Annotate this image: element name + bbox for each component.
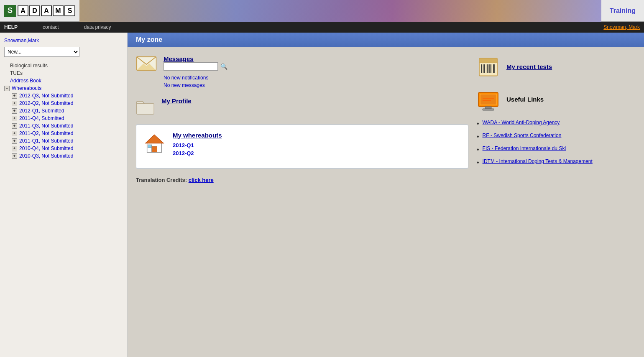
toggle-2011q1[interactable]: + bbox=[12, 138, 17, 144]
logo-s-icon: S bbox=[4, 5, 16, 17]
sidebar-item-biological-results: Biological results bbox=[0, 62, 127, 69]
search-button[interactable]: 🔍 bbox=[220, 63, 227, 70]
svg-rect-3 bbox=[137, 104, 154, 114]
sidebar-child-2012q3: + 2012-Q3, Not Submitted bbox=[0, 92, 127, 99]
svg-rect-24 bbox=[480, 94, 496, 105]
whereabouts-title-area: My whereabouts 2012-Q1 2012-Q2 bbox=[173, 132, 222, 156]
useful-link-item-rf: • RF - Swedish Sports Confederation bbox=[477, 133, 636, 140]
new-dropdown-container: New... bbox=[0, 46, 127, 61]
nav-help[interactable]: HELP bbox=[4, 24, 18, 30]
useful-link-idtm[interactable]: IDTM - International Doping Tests & Mana… bbox=[483, 158, 593, 164]
new-dropdown[interactable]: New... bbox=[4, 47, 79, 57]
search-row: 🔍 bbox=[164, 62, 227, 71]
navbar-user-link[interactable]: Snowman, Mark bbox=[603, 24, 640, 30]
my-whereabouts-card: My whereabouts 2012-Q1 2012-Q2 bbox=[136, 125, 468, 168]
my-zone-header: My zone bbox=[128, 33, 644, 47]
toggle-2011q2[interactable]: + bbox=[12, 131, 17, 136]
my-profile-header: My Profile bbox=[136, 97, 468, 116]
logo-m: M bbox=[53, 5, 64, 16]
my-zone-body: Messages 🔍 No new notifications No new m… bbox=[128, 47, 644, 191]
envelope-icon bbox=[136, 55, 157, 72]
svg-marker-5 bbox=[146, 135, 164, 143]
useful-link-rf[interactable]: RF - Swedish Sports Confederation bbox=[483, 133, 562, 138]
bullet-wada: • bbox=[477, 120, 479, 128]
svg-rect-9 bbox=[479, 58, 497, 63]
sidebar-link-2011q4[interactable]: 2011-Q4, Submitted bbox=[19, 115, 64, 121]
svg-rect-22 bbox=[485, 107, 491, 109]
sidebar-link-2012q2[interactable]: 2012-Q2, Not Submitted bbox=[19, 100, 73, 106]
sidebar-link-2012q1[interactable]: 2012-Q1, Submitted bbox=[19, 108, 64, 114]
sidebar-link-2010q4[interactable]: 2010-Q4, Not Submitted bbox=[19, 145, 73, 151]
sidebar-item-address-book[interactable]: Address Book bbox=[0, 77, 127, 84]
svg-rect-6 bbox=[152, 146, 157, 153]
toggle-2010q4[interactable]: + bbox=[12, 146, 17, 151]
whereabouts-link-2012q2[interactable]: 2012-Q2 bbox=[173, 150, 222, 156]
no-notifications-text[interactable]: No new notifications bbox=[164, 74, 227, 82]
whereabouts-links: 2012-Q1 2012-Q2 bbox=[173, 142, 222, 156]
nav-data-privacy[interactable]: data privacy bbox=[84, 24, 111, 30]
no-messages-text[interactable]: No new messages bbox=[164, 82, 227, 89]
nav-contact[interactable]: contact bbox=[43, 24, 59, 30]
logo-d: D bbox=[29, 5, 40, 16]
whereabouts-link-2012q1[interactable]: 2012-Q1 bbox=[173, 142, 222, 148]
sidebar-link-2011q2[interactable]: 2011-Q2, Not Submitted bbox=[19, 130, 73, 136]
toggle-2012q3[interactable]: + bbox=[12, 93, 17, 99]
sidebar-child-2012q2: + 2012-Q2, Not Submitted bbox=[0, 99, 127, 107]
sidebar-link-2010q3[interactable]: 2010-Q3, Not Submitted bbox=[19, 153, 73, 159]
messages-header: Messages 🔍 No new notifications No new m… bbox=[136, 55, 468, 89]
translation-link[interactable]: click here bbox=[189, 177, 214, 183]
sidebar-whereabouts-row: − Whereabouts bbox=[0, 84, 127, 92]
header: S A D A M S Training bbox=[0, 0, 644, 22]
content-area: My zone M bbox=[128, 33, 644, 357]
toggle-2012q1[interactable]: + bbox=[12, 108, 17, 114]
logo-area: S A D A M S bbox=[0, 3, 79, 18]
bullet-rf: • bbox=[477, 133, 479, 140]
sidebar-link-2012q3[interactable]: 2012-Q3, Not Submitted bbox=[19, 93, 73, 99]
sidebar-link-2011q1[interactable]: 2011-Q1, Not Submitted bbox=[19, 138, 73, 144]
house-icon bbox=[143, 132, 166, 155]
sidebar: Snowman,Mark New... Biological results T… bbox=[0, 33, 128, 357]
sidebar-child-2012q1: + 2012-Q1, Submitted bbox=[0, 107, 127, 115]
messages-title-area: Messages 🔍 No new notifications No new m… bbox=[164, 55, 227, 89]
my-whereabouts-header: My whereabouts 2012-Q1 2012-Q2 bbox=[143, 132, 461, 156]
toggle-2011q4[interactable]: + bbox=[12, 116, 17, 121]
monitor-icon bbox=[477, 91, 500, 114]
my-whereabouts-title[interactable]: My whereabouts bbox=[173, 132, 222, 139]
main-layout: Snowman,Mark New... Biological results T… bbox=[0, 33, 644, 357]
message-search-input[interactable] bbox=[164, 62, 218, 71]
whereabouts-toggle-minus[interactable]: − bbox=[4, 86, 10, 91]
useful-links-title: Useful Links bbox=[506, 96, 544, 103]
useful-link-fis[interactable]: FIS - Federation Internationale du Ski bbox=[483, 145, 566, 151]
sidebar-section: Biological results TUEs Address Book − W… bbox=[0, 61, 127, 161]
my-profile-title[interactable]: My Profile bbox=[161, 97, 192, 105]
useful-links-section: Useful Links • WADA - World Anti-Doping … bbox=[477, 91, 636, 166]
toggle-2010q3[interactable]: + bbox=[12, 153, 17, 159]
sidebar-user-name[interactable]: Snowman,Mark bbox=[0, 36, 127, 46]
useful-links-header-row: Useful Links bbox=[477, 91, 636, 114]
sidebar-child-2010q4: + 2010-Q4, Not Submitted bbox=[0, 145, 127, 152]
useful-link-wada[interactable]: WADA - World Anti-Doping Agency bbox=[483, 120, 560, 125]
logo-a: A bbox=[18, 5, 28, 16]
sidebar-item-tues: TUEs bbox=[0, 69, 127, 77]
toggle-2012q2[interactable]: + bbox=[12, 101, 17, 106]
messages-title[interactable]: Messages bbox=[164, 55, 227, 62]
sidebar-link-2011q3[interactable]: 2011-Q3, Not Submitted bbox=[19, 123, 73, 129]
recent-tests-title[interactable]: My recent tests bbox=[506, 63, 552, 70]
navbar: HELP contact data privacy Snowman, Mark bbox=[0, 22, 644, 33]
translation-credits: Translation Credits: click here bbox=[136, 177, 468, 183]
translation-label: Translation Credits: bbox=[136, 177, 187, 183]
my-profile-card: My Profile bbox=[136, 97, 468, 116]
right-column: My recent tests bbox=[477, 55, 636, 183]
svg-rect-7 bbox=[148, 145, 151, 148]
svg-rect-23 bbox=[483, 109, 494, 110]
header-banner bbox=[79, 0, 601, 22]
sidebar-child-2011q1: + 2011-Q1, Not Submitted bbox=[0, 137, 127, 145]
toggle-2011q3[interactable]: + bbox=[12, 123, 17, 129]
useful-link-item-fis: • FIS - Federation Internationale du Ski bbox=[477, 145, 636, 153]
left-column: Messages 🔍 No new notifications No new m… bbox=[136, 55, 468, 183]
sidebar-item-whereabouts[interactable]: Whereabouts bbox=[12, 85, 41, 91]
logo-letters: A D A M S bbox=[18, 5, 75, 16]
useful-link-item-idtm: • IDTM - International Doping Tests & Ma… bbox=[477, 158, 636, 166]
folder-icon bbox=[136, 97, 155, 116]
bullet-idtm: • bbox=[477, 159, 479, 166]
